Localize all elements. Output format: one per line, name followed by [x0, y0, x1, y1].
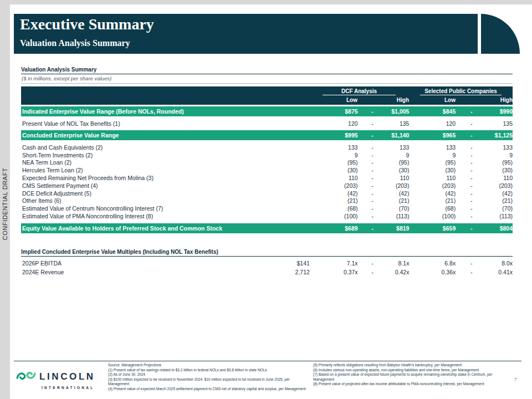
table-row: Expected Remaining Net Proceeds from Mol…: [21, 174, 513, 182]
footnote-line: (2) As of June 30, 2024: [108, 372, 309, 377]
footnote-line: (1) Present value of tax savings related…: [108, 368, 309, 373]
lincoln-logo-icon: [16, 369, 37, 385]
col-header-spc-high: High: [487, 97, 513, 103]
footnote-line: Source: Management Projections: [108, 363, 309, 368]
table-cell: 2,712: [261, 269, 310, 275]
table-row: Estimated Value of PMA Noncontrolling In…: [21, 212, 513, 220]
group-header-public-companies: Selected Public Companies: [409, 88, 513, 95]
table-cell: $1,005: [387, 108, 410, 115]
table-cell: (113): [487, 213, 513, 219]
table-cell: -: [456, 182, 487, 189]
table-cell: 133: [409, 144, 456, 151]
table-cell: (100): [409, 213, 456, 219]
table-cell: Cash and Cash Equivalents (2): [21, 144, 310, 151]
table-cell: (203): [487, 182, 513, 189]
table-cell: 0.36x: [409, 269, 456, 275]
table-cell: (30): [487, 167, 513, 173]
table-cell: -: [456, 120, 487, 127]
table-row: Other Items (6)(21)-(21)(21)-(21): [21, 197, 513, 205]
table-cell: -: [456, 167, 487, 173]
table-cell: -: [456, 260, 487, 267]
table-cell: -: [358, 213, 387, 219]
valuation-table: Valuation Analysis Summary ($ in million…: [21, 66, 513, 277]
table-cell: (70): [387, 205, 410, 212]
table-cell: (203): [310, 182, 358, 189]
footer-divider: [14, 361, 521, 361]
table-row: Present Value of NOL Tax Benefits (1)120…: [21, 116, 513, 130]
table-cell: Estimated Value of Centrum Noncontrollin…: [21, 205, 310, 212]
footnote-line: (6) Includes various non-operating asset…: [313, 368, 506, 373]
col-header-dcf-low: Low: [309, 97, 357, 103]
confidential-draft-label: CONFIDENTIAL DRAFT: [2, 151, 9, 257]
table-cell: -: [456, 213, 487, 219]
col-header-dcf-high: High: [387, 97, 409, 103]
table-row: Cash and Cash Equivalents (2)133-133133-…: [21, 144, 513, 151]
table-cell: -: [358, 132, 387, 139]
table-cell: 2026P EBITDA: [21, 260, 261, 267]
table-cell: 110: [487, 175, 513, 181]
page-title: Executive Summary: [20, 16, 154, 33]
table-cell: 0.42x: [387, 269, 410, 275]
table-cell: $995: [310, 132, 358, 139]
table-cell: -: [456, 225, 487, 232]
logo-wordmark: LINCOLN: [39, 371, 95, 382]
table-cell: (95): [487, 159, 513, 166]
table-cell: $804: [487, 225, 513, 232]
table-title: Valuation Analysis Summary: [21, 66, 513, 74]
page-number: 7: [514, 377, 517, 382]
table-cell: -: [358, 197, 387, 204]
table-cell: (42): [487, 190, 513, 197]
table-cell: -: [456, 152, 487, 158]
table-cell: -: [456, 108, 487, 115]
footnote-line: (5) Primarily reflects obligations resul…: [313, 363, 506, 368]
table-cell: 8.1x: [387, 260, 410, 267]
table-cell: -: [456, 190, 487, 197]
table-cell: $965: [409, 132, 456, 139]
col-header-spc-low: Low: [409, 97, 456, 103]
table-cell: Estimated Value of PMA Noncontrolling In…: [21, 213, 310, 219]
table-cell: 7.1x: [310, 260, 358, 267]
table-row: Hercules Term Loan (2)(30)-(30)(30)-(30): [21, 166, 513, 174]
footnote-line: (8) Present value of projected after-tax…: [313, 382, 506, 387]
table-cell: -: [358, 159, 387, 166]
table-cell: -: [456, 205, 487, 212]
table-cell: (70): [487, 205, 513, 212]
group-header-dcf: DCF Analysis: [309, 88, 409, 95]
table-row: Equity Value Available to Holders of Pre…: [21, 223, 513, 233]
table-cell: Present Value of NOL Tax Benefits (1): [21, 120, 310, 127]
table-cell: (68): [310, 205, 358, 212]
footnote-line: (7) Based on a present value of expected…: [313, 372, 506, 382]
table-cell: -: [358, 120, 387, 127]
table-cell: -: [358, 269, 387, 275]
table-cell: (203): [387, 182, 410, 189]
table-cell: -: [456, 197, 487, 204]
table-cell: (21): [387, 197, 410, 204]
table-cell: NEA Term Loan (2): [21, 159, 310, 166]
table-cell: $1,125: [487, 132, 513, 139]
slide-frame-top: [0, 0, 532, 4]
table-cell: -: [358, 144, 387, 151]
table-cell: 133: [387, 144, 410, 151]
footnote-line: (3) $100 million expected to be received…: [108, 377, 309, 387]
table-cell: Indicated Enterprise Value Range (Before…: [21, 108, 310, 115]
table-row: 2026P EBITDA$1417.1x-8.1x6.8x-8.0x: [21, 259, 513, 268]
table-cell: $875: [310, 108, 358, 115]
table-row: Short-Term Investments (2)9-99-9: [21, 151, 513, 159]
table-row: CMS Settlement Payment (4)(203)-(203)(20…: [21, 182, 513, 190]
table-cell: -: [358, 175, 387, 181]
table-cell: -: [358, 205, 387, 212]
table-cell: -: [456, 269, 487, 275]
table-row: Indicated Enterprise Value Range (Before…: [21, 106, 513, 116]
table-cell: 9: [310, 152, 358, 158]
table-cell: (95): [387, 159, 410, 166]
footnotes-right: (5) Primarily reflects obligations resul…: [313, 363, 506, 387]
table-cell: -: [358, 167, 387, 173]
table-cell: 2024E Revenue: [21, 269, 261, 275]
table-cell: -: [358, 182, 387, 189]
table-cell: 120: [409, 120, 456, 127]
table-cell: (68): [409, 205, 456, 212]
table-cell: -: [456, 144, 487, 151]
table-cell: (203): [409, 182, 456, 189]
table-row: Estimated Value of Centrum Noncontrollin…: [21, 204, 513, 212]
table-cell: (21): [487, 197, 513, 204]
